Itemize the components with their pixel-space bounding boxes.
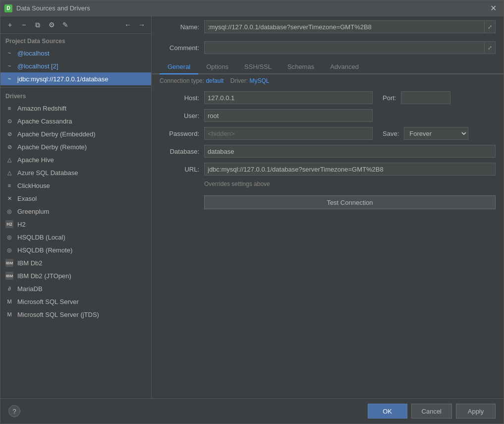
- drivers-list: ≡ Amazon Redshift ⊙ Apache Cassandra ⊘ A…: [0, 102, 151, 398]
- driver-label-ibm-db2: IBM Db2: [17, 259, 43, 267]
- driver-label-clickhouse: ClickHouse: [17, 182, 50, 189]
- tabs-row: General Options SSH/SSL Schemas Advanced: [152, 60, 504, 74]
- driver-label-mariadb: MariaDB: [17, 285, 43, 293]
- driver-icon-microsoft-sql-jtds: M: [5, 310, 13, 318]
- sidebar-toolbar: + − ⧉ ⚙ ✎ ← →: [0, 16, 151, 34]
- name-input[interactable]: [204, 20, 485, 33]
- tab-options[interactable]: Options: [198, 60, 236, 74]
- driver-apache-cassandra[interactable]: ⊙ Apache Cassandra: [0, 115, 151, 127]
- driver-ibm-db2[interactable]: IBM IBM Db2: [0, 256, 151, 269]
- url-input[interactable]: [204, 163, 496, 176]
- driver-exasol[interactable]: ✕ Exasol: [0, 192, 151, 205]
- conn-info-row: Connection type: default Driver: MySQL: [152, 74, 504, 87]
- driver-clickhouse[interactable]: ≡ ClickHouse: [0, 179, 151, 192]
- db-icon-jdbc: ~: [5, 75, 13, 83]
- driver-amazon-redshift[interactable]: ≡ Amazon Redshift: [0, 102, 151, 115]
- driver-h2[interactable]: H2 H2: [0, 218, 151, 231]
- password-input[interactable]: [204, 127, 373, 140]
- tab-general[interactable]: General: [160, 60, 198, 74]
- host-label: Host:: [160, 94, 199, 102]
- app-icon: D: [4, 4, 12, 12]
- driver-value[interactable]: MySQL: [249, 77, 269, 84]
- dialog-footer: ? OK Cancel Apply: [0, 398, 504, 424]
- driver-icon-apache-hive: △: [5, 156, 13, 164]
- driver-label-apache-hive: Apache Hive: [17, 156, 54, 164]
- comment-expand-button[interactable]: ⤢: [485, 41, 496, 54]
- apply-button[interactable]: Apply: [456, 404, 496, 419]
- add-button[interactable]: +: [4, 19, 15, 30]
- ok-button[interactable]: OK: [368, 404, 407, 419]
- driver-label-ibm-db2-jtopen: IBM Db2 (JTOpen): [17, 272, 71, 280]
- driver-microsoft-sql-jtds[interactable]: M Microsoft SQL Server (jTDS): [0, 308, 151, 321]
- cancel-button[interactable]: Cancel: [411, 404, 452, 419]
- remove-button[interactable]: −: [18, 19, 29, 30]
- driver-icon-apache-derby-remote: ⊘: [5, 143, 13, 151]
- conn-type-value[interactable]: default: [206, 77, 224, 84]
- driver-apache-hive[interactable]: △ Apache Hive: [0, 153, 151, 166]
- sidebar-item-label-localhost2: @localhost [2]: [17, 62, 58, 70]
- host-input[interactable]: [204, 91, 373, 104]
- url-note: Overrides settings above: [204, 181, 496, 187]
- sidebar-item-jdbc[interactable]: ~ jdbc:mysql://127.0.0.1/database: [0, 72, 151, 85]
- save-label: Save:: [383, 130, 399, 137]
- user-input[interactable]: [204, 109, 373, 122]
- driver-label-apache-derby-remote: Apache Derby (Remote): [17, 143, 87, 151]
- driver-apache-derby-remote[interactable]: ⊘ Apache Derby (Remote): [0, 140, 151, 153]
- driver-icon-clickhouse: ≡: [5, 182, 13, 189]
- driver-microsoft-sql[interactable]: M Microsoft SQL Server: [0, 295, 151, 308]
- driver-greenplum[interactable]: ◎ Greenplum: [0, 205, 151, 218]
- driver-label-apache-derby-embedded: Apache Derby (Embedded): [17, 130, 96, 138]
- comment-input[interactable]: [204, 41, 485, 54]
- driver-label-exasol: Exasol: [17, 195, 37, 202]
- comment-field-container: ⤢: [204, 41, 496, 54]
- driver-icon-hsqldb-local: ◎: [5, 233, 13, 241]
- driver-azure-sql[interactable]: △ Azure SQL Database: [0, 166, 151, 179]
- name-label: Name:: [160, 23, 199, 31]
- sidebar-divider: [0, 87, 151, 88]
- tab-advanced[interactable]: Advanced: [322, 60, 367, 74]
- driver-mariadb[interactable]: ∂ MariaDB: [0, 282, 151, 295]
- driver-icon-ibm-db2-jtopen: IBM: [5, 272, 13, 280]
- driver-icon-apache-derby-embedded: ⊘: [5, 130, 13, 138]
- driver-icon-azure-sql: △: [5, 169, 13, 177]
- drivers-section-label: Drivers: [0, 90, 151, 102]
- port-input[interactable]: [401, 91, 450, 104]
- copy-button[interactable]: ⧉: [32, 19, 43, 30]
- sidebar-item-label-localhost1: @localhost: [17, 50, 50, 57]
- driver-icon-microsoft-sql: M: [5, 298, 13, 305]
- driver-label-microsoft-sql: Microsoft SQL Server: [17, 298, 79, 305]
- driver-icon-greenplum: ◎: [5, 207, 13, 215]
- database-input[interactable]: [204, 145, 496, 158]
- sidebar-item-localhost1[interactable]: ~ @localhost: [0, 47, 151, 60]
- forward-button[interactable]: →: [136, 19, 147, 30]
- form-area: Host: Port: User: Password: Save: For: [152, 87, 504, 213]
- name-field-container: ⤢: [204, 20, 496, 33]
- dialog-body: + − ⧉ ⚙ ✎ ← → Project Data Sources ~ @lo…: [0, 16, 504, 398]
- sidebar-item-localhost2[interactable]: ~ @localhost [2]: [0, 60, 151, 72]
- close-button[interactable]: ✕: [487, 2, 500, 14]
- driver-ibm-db2-jtopen[interactable]: IBM IBM Db2 (JTOpen): [0, 269, 151, 282]
- name-row: Name: ⤢: [152, 16, 504, 37]
- main-panel: Name: ⤢ Comment: ⤢ General Options SSH/S…: [152, 16, 504, 398]
- test-connection-button[interactable]: Test Connection: [204, 195, 496, 209]
- help-button[interactable]: ?: [8, 405, 20, 417]
- settings-button[interactable]: ⚙: [46, 19, 57, 30]
- driver-icon-amazon-redshift: ≡: [5, 104, 13, 112]
- password-label: Password:: [160, 130, 199, 137]
- project-data-sources-label: Project Data Sources: [0, 34, 151, 47]
- driver-label-apache-cassandra: Apache Cassandra: [17, 118, 72, 125]
- tab-schemas[interactable]: Schemas: [280, 60, 322, 74]
- back-button[interactable]: ←: [122, 19, 133, 30]
- host-port-row: Host: Port:: [160, 91, 496, 104]
- save-select[interactable]: Forever Until Restart Never: [404, 127, 468, 140]
- conn-type-label: Connection type:: [160, 77, 204, 84]
- port-label: Port:: [383, 94, 396, 102]
- driver-apache-derby-embedded[interactable]: ⊘ Apache Derby (Embedded): [0, 127, 151, 140]
- tab-ssh-ssl[interactable]: SSH/SSL: [236, 60, 280, 74]
- driver-hsqldb-remote[interactable]: ◎ HSQLDB (Remote): [0, 243, 151, 256]
- name-expand-button[interactable]: ⤢: [485, 20, 496, 33]
- driver-label-hsqldb-local: HSQLDB (Local): [17, 234, 65, 241]
- driver-hsqldb-local[interactable]: ◎ HSQLDB (Local): [0, 231, 151, 243]
- edit-button[interactable]: ✎: [60, 19, 71, 30]
- db-icon-localhost1: ~: [5, 49, 13, 57]
